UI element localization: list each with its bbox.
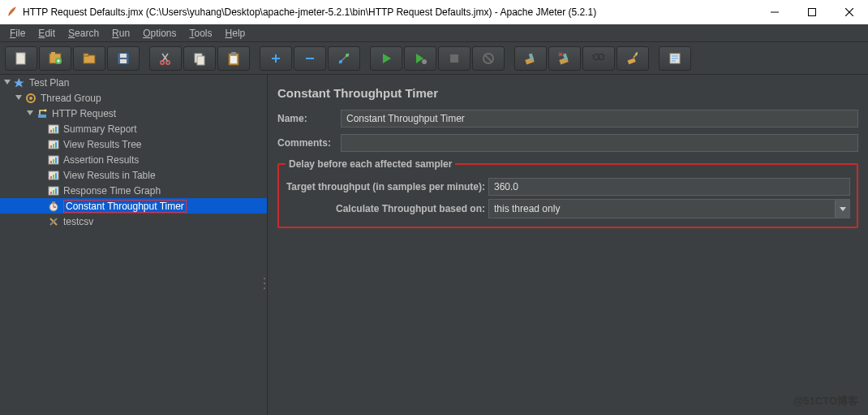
copy-button[interactable] [183, 46, 216, 71]
timer-icon [47, 200, 60, 213]
tree-label: testcsv [63, 216, 93, 227]
svg-rect-74 [53, 175, 54, 179]
svg-rect-62 [53, 128, 54, 132]
svg-rect-10 [84, 54, 88, 56]
collapse-icon[interactable] [15, 94, 23, 102]
svg-rect-21 [231, 52, 236, 55]
tree-label: View Results in Table [63, 170, 156, 181]
sampler-icon [36, 107, 49, 120]
svg-rect-77 [50, 192, 52, 194]
svg-rect-19 [197, 56, 204, 65]
tree-label: Thread Group [41, 93, 101, 104]
tree-node-constant-throughput-timer[interactable]: Constant Throughput Timer [0, 198, 267, 214]
svg-rect-7 [51, 52, 55, 54]
menu-help[interactable]: Help [219, 26, 252, 41]
collapse-button[interactable] [294, 46, 326, 71]
toggle-button[interactable] [328, 46, 360, 71]
svg-rect-61 [50, 130, 52, 132]
tree-label: View Results Tree [63, 139, 142, 150]
svg-marker-53 [14, 77, 24, 87]
svg-rect-81 [52, 201, 55, 203]
svg-rect-69 [50, 161, 52, 163]
comments-field[interactable] [341, 134, 858, 152]
tree-node-summary-report[interactable]: Summary Report [0, 121, 267, 136]
name-label: Name: [277, 113, 341, 124]
tree-node-view-results-tree[interactable]: View Results Tree [0, 136, 267, 152]
window-title: HTTP Request Defaults.jmx (C:\Users\yuha… [23, 6, 756, 18]
tree-node-http-request[interactable]: HTTP Request [0, 106, 267, 121]
listener-icon [47, 169, 60, 182]
target-throughput-field[interactable] [488, 178, 850, 196]
chevron-down-icon [835, 200, 849, 218]
paste-button[interactable] [217, 46, 250, 71]
window-controls [756, 0, 868, 24]
clear-all-button[interactable] [548, 46, 581, 71]
open-button[interactable] [73, 46, 105, 71]
maximize-button[interactable] [793, 0, 831, 24]
minimize-button[interactable] [756, 0, 793, 24]
save-button[interactable] [107, 46, 140, 71]
close-button[interactable] [831, 0, 868, 24]
tree-label: Test Plan [29, 77, 69, 89]
svg-point-16 [161, 60, 164, 63]
cut-button[interactable] [149, 46, 182, 71]
tree-node-view-results-table[interactable]: View Results in Table [0, 167, 267, 183]
tree-label: Constant Throughput Timer [63, 200, 187, 213]
clear-button[interactable] [514, 46, 547, 71]
collapse-icon[interactable] [3, 79, 11, 87]
menu-search[interactable]: Search [62, 26, 105, 41]
editor-panel: Constant Throughput Timer Name: Comments… [268, 75, 868, 415]
thread-group-icon [24, 92, 37, 105]
start-button[interactable] [370, 46, 402, 71]
calc-basis-select[interactable]: this thread only [488, 199, 850, 218]
svg-marker-86 [840, 207, 846, 211]
menu-edit[interactable]: Edit [32, 26, 62, 41]
menu-tools[interactable]: Tools [183, 26, 219, 41]
listener-icon [47, 153, 60, 166]
tree-node-assertion-results[interactable]: Assertion Results [0, 152, 267, 167]
test-plan-tree[interactable]: Test Plan Thread Group HTTP Request Summ… [0, 75, 268, 415]
calc-basis-value: this thread only [494, 203, 560, 214]
svg-rect-70 [53, 159, 54, 163]
templates-button[interactable] [39, 46, 71, 71]
titlebar: HTTP Request Defaults.jmx (C:\Users\yuha… [0, 0, 868, 24]
app-icon [6, 6, 18, 18]
svg-rect-13 [120, 59, 127, 63]
search-button[interactable] [582, 46, 615, 71]
reset-search-button[interactable] [617, 46, 649, 71]
splitter-handle[interactable] [262, 276, 267, 291]
menu-options[interactable]: Options [136, 26, 183, 41]
collapse-icon[interactable] [26, 110, 34, 118]
listener-icon [47, 184, 60, 197]
expand-button[interactable] [260, 46, 292, 71]
stop-button[interactable] [438, 46, 471, 71]
tree-node-test-plan[interactable]: Test Plan [0, 75, 267, 90]
listener-icon [47, 138, 60, 151]
svg-point-59 [45, 109, 47, 111]
svg-point-27 [339, 60, 342, 63]
tree-label: Assertion Results [63, 154, 139, 166]
shutdown-button[interactable] [472, 46, 505, 71]
svg-marker-57 [27, 110, 33, 115]
svg-rect-46 [628, 58, 636, 64]
start-no-pauses-button[interactable] [404, 46, 436, 71]
delay-group: Delay before each affected sampler Targe… [277, 158, 858, 228]
tree-node-testcsv[interactable]: testcsv [0, 214, 267, 229]
tree-node-thread-group[interactable]: Thread Group [0, 90, 267, 106]
tree-label: Response Time Graph [63, 185, 161, 197]
svg-marker-54 [15, 95, 22, 100]
function-helper-button[interactable] [659, 46, 691, 71]
listener-icon [47, 123, 60, 136]
menu-file[interactable]: File [3, 26, 32, 41]
svg-rect-32 [450, 54, 458, 63]
svg-line-34 [484, 54, 492, 63]
panel-heading: Constant Throughput Timer [277, 86, 858, 100]
menu-run[interactable]: Run [105, 26, 136, 41]
tree-node-response-time-graph[interactable]: Response Time Graph [0, 183, 267, 198]
new-button[interactable] [5, 46, 37, 71]
svg-rect-63 [55, 127, 57, 132]
menubar: File Edit Search Run Options Tools Help [0, 24, 868, 42]
svg-point-31 [422, 59, 427, 64]
name-field[interactable] [341, 110, 858, 128]
svg-marker-52 [4, 80, 11, 84]
